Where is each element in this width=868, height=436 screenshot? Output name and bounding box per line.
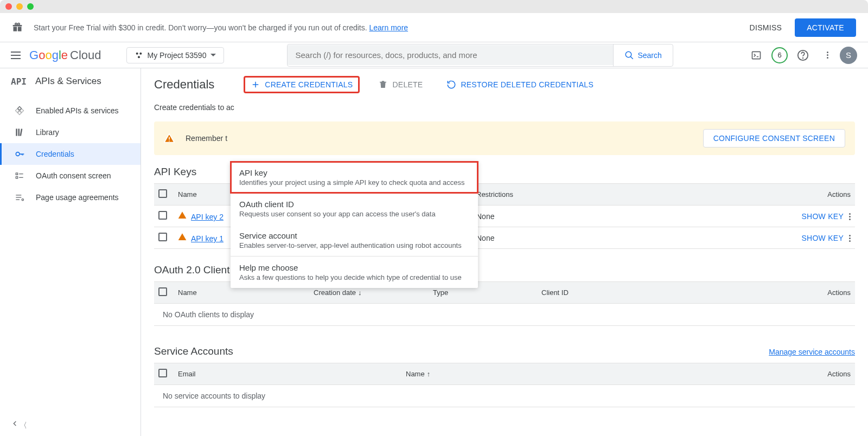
notifications-badge[interactable]: 6 [771,47,788,63]
menu-item-help-choose[interactable]: Help me choose Asks a few questions to h… [231,257,478,288]
help-icon[interactable] [796,49,809,62]
project-name: My Project 53590 [148,51,207,60]
window-close-dot[interactable] [5,3,12,10]
sidebar-item-library[interactable]: Library [0,121,141,143]
svg-rect-15 [20,129,23,136]
search-bar: Search [287,44,673,67]
menu-item-service-account[interactable]: Service account Enables server-to-server… [231,225,478,256]
create-credentials-menu: API key Identifies your project using a … [231,162,478,288]
delete-button[interactable]: DELETE [378,80,423,89]
select-all-checkbox[interactable] [158,287,167,296]
chevron-left-icon [11,419,20,428]
col-client-id[interactable]: Client ID [537,282,705,304]
svg-point-6 [139,52,142,54]
svg-point-12 [803,57,803,58]
trash-icon [378,80,388,89]
svg-rect-13 [16,129,17,136]
svg-point-4 [18,23,20,24]
warning-icon [178,211,187,220]
api-key-link[interactable]: API key 2 [191,213,224,221]
svg-point-16 [16,152,20,156]
sidebar-item-enabled-apis[interactable]: Enabled APIs & services [0,100,141,121]
service-accounts-table: Email Name↑ Actions [154,363,855,385]
api-key-link[interactable]: API key 1 [191,234,224,243]
sidebar-item-page-usage[interactable]: Page usage agreements [0,187,141,208]
more-options-icon[interactable] [818,49,831,62]
warning-icon [164,133,175,144]
restore-deleted-button[interactable]: RESTORE DELETED CREDENTIALS [446,80,593,89]
consent-warning-banner: Remember t CONFIGURE CONSENT SCREEN [154,121,855,155]
svg-point-3 [15,23,17,24]
dismiss-button[interactable]: DISMISS [750,23,782,32]
page-title: Credentials [154,78,214,92]
sidebar: API APIs & Services Enabled APIs & servi… [0,68,141,436]
service-accounts-heading: Service Accounts [154,345,233,357]
restrictions-value: None [472,227,641,249]
col-name[interactable]: Name↑ [401,363,633,385]
chevron-down-icon [210,54,216,56]
console-header: Google Cloud My Project 53590 Search 6 S [0,42,868,68]
svg-rect-1 [18,27,22,31]
svg-rect-10 [752,52,761,59]
cloud-shell-icon[interactable] [750,49,763,62]
show-key-button[interactable]: SHOW KEY [802,212,844,221]
show-key-button[interactable]: SHOW KEY [802,234,844,242]
svg-rect-17 [16,173,17,175]
svg-rect-14 [18,129,20,136]
col-actions: Actions [641,184,855,206]
svg-point-24 [22,199,23,201]
col-email[interactable]: Email [174,363,401,385]
window-titlebar [0,0,868,13]
plus-icon [251,80,260,89]
svg-rect-2 [13,25,22,27]
arrow-up-icon: ↑ [427,370,431,378]
banner-text: Remember t [186,134,692,143]
row-menu-icon[interactable] [849,213,851,220]
svg-point-5 [136,52,138,54]
learn-more-link[interactable]: Learn more [369,23,409,32]
row-checkbox[interactable] [158,233,167,241]
search-button[interactable]: Search [613,44,672,66]
project-selector[interactable]: My Project 53590 [126,47,225,63]
col-actions: Actions [633,363,855,385]
manage-service-accounts-link[interactable]: Manage service accounts [769,348,855,356]
sidebar-product-title[interactable]: API APIs & Services [0,68,141,94]
window-minimize-dot[interactable] [16,3,23,10]
warning-icon [178,233,187,241]
nav-menu-button[interactable] [11,52,21,59]
select-all-checkbox[interactable] [158,369,167,377]
sidebar-item-credentials[interactable]: Credentials [0,143,141,165]
diamond-icon [14,105,25,116]
svg-rect-0 [14,27,17,31]
gift-icon [12,22,23,33]
google-cloud-logo[interactable]: Google Cloud [29,48,101,62]
svg-point-7 [138,56,140,58]
menu-item-api-key[interactable]: API key Identifies your project using a … [231,162,478,193]
menu-item-oauth-client[interactable]: OAuth client ID Requests user consent so… [231,193,478,225]
account-avatar[interactable]: S [840,47,857,64]
page-subtitle: Create credentials to ac [154,103,855,121]
svg-rect-18 [16,177,17,178]
sidebar-item-oauth-consent[interactable]: OAuth consent screen [0,165,141,187]
col-restrictions[interactable]: Restrictions [472,184,641,206]
row-checkbox[interactable] [158,211,167,220]
page-header: Credentials CREATE CREDENTIALS DELETE RE… [154,68,855,103]
sidebar-collapse-button[interactable]: 〈 [0,414,141,436]
search-input[interactable] [288,45,613,65]
configure-consent-button[interactable]: CONFIGURE CONSENT SCREEN [703,129,845,148]
api-icon: API [11,76,27,87]
activate-button[interactable]: ACTIVATE [795,18,856,37]
agreements-icon [14,192,25,203]
window-zoom-dot[interactable] [27,3,34,10]
arrow-down-icon: ↓ [358,288,362,297]
select-all-checkbox[interactable] [158,189,167,198]
svg-point-8 [626,52,632,57]
oauth-empty: No OAuth clients to display [154,304,855,326]
row-menu-icon[interactable] [849,235,851,242]
key-icon [14,149,25,159]
promo-text: Start your Free Trial with $300 in credi… [34,23,408,32]
consent-icon [14,170,25,181]
service-accounts-empty: No service accounts to display [154,385,855,407]
restore-icon [446,80,456,89]
create-credentials-button[interactable]: CREATE CREDENTIALS [251,80,353,89]
